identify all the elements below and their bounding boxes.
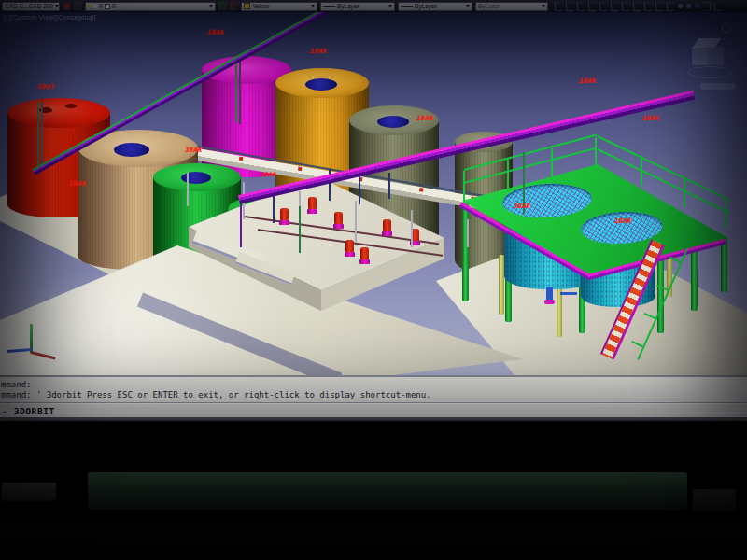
pump-base bbox=[333, 224, 344, 229]
pump-base bbox=[345, 252, 355, 257]
ucs-tool-icon[interactable] bbox=[667, 2, 674, 11]
make-layer-current-icon[interactable] bbox=[218, 2, 227, 10]
railing-post bbox=[595, 137, 597, 167]
linetype-dropdown[interactable]: ByLayer bbox=[320, 2, 395, 11]
plotstyle-dropdown[interactable]: ByColor bbox=[475, 2, 548, 11]
dropdown-arrow-icon bbox=[542, 5, 545, 7]
layer-color-swatch-icon bbox=[105, 4, 110, 9]
railing-post bbox=[507, 160, 509, 191]
rack-valve-icon bbox=[239, 157, 244, 161]
pump-body bbox=[280, 208, 289, 220]
command-prefix: - bbox=[2, 406, 7, 416]
command-history-line: mmand: ' 3dorbit Press ESC or ENTER to e… bbox=[1, 390, 431, 399]
tank-label: 10AK bbox=[261, 171, 277, 177]
railing-post bbox=[644, 313, 656, 319]
beam-drop-pipe bbox=[235, 57, 237, 122]
railing-post bbox=[551, 148, 553, 180]
beam-post bbox=[37, 102, 39, 167]
railing-post bbox=[463, 171, 465, 203]
zoom-tool-icon[interactable] bbox=[695, 4, 699, 8]
tank-label: 10AK bbox=[613, 217, 633, 225]
pan-tool-icon[interactable] bbox=[686, 4, 691, 8]
pump-body bbox=[308, 197, 317, 209]
workspace-dropdown[interactable]: CAD C...CAD 200 bbox=[2, 2, 60, 11]
ucs-tool-icon[interactable] bbox=[644, 2, 652, 11]
pump[interactable] bbox=[280, 208, 289, 225]
pump[interactable] bbox=[308, 197, 317, 214]
pump[interactable] bbox=[383, 219, 392, 236]
layer-previous-icon[interactable] bbox=[230, 2, 238, 10]
ucs-tool-icon[interactable] bbox=[655, 2, 663, 11]
ucs-tool-icon[interactable] bbox=[555, 2, 562, 11]
ucs-tool-icon[interactable] bbox=[566, 2, 573, 11]
ucs-tool-icon[interactable] bbox=[611, 2, 618, 11]
pump-base bbox=[307, 209, 317, 214]
hinge-cap-left bbox=[2, 483, 56, 501]
viewcube-right-face bbox=[707, 47, 724, 65]
beam-post bbox=[299, 206, 301, 253]
ucs-icon bbox=[7, 322, 63, 374]
beam-post bbox=[41, 102, 43, 167]
pipe-riser bbox=[359, 176, 360, 204]
command-text: 3DORBIT bbox=[14, 406, 55, 416]
layer-properties-icon[interactable] bbox=[63, 2, 71, 10]
railing-post bbox=[669, 257, 681, 263]
railing-post bbox=[631, 341, 643, 347]
lineweight-sample-icon bbox=[401, 6, 413, 7]
rack-leg bbox=[355, 201, 357, 242]
dropdown-arrow-icon bbox=[466, 5, 470, 7]
layer-dropdown[interactable]: 0 bbox=[85, 2, 216, 11]
layer-name: 0 bbox=[112, 3, 116, 9]
viewcube-home-icon[interactable] bbox=[722, 23, 731, 33]
navigation-bar[interactable] bbox=[700, 83, 736, 90]
viewport-controls-label[interactable]: [-][Custom View][Conceptual] bbox=[4, 14, 96, 21]
tank-label: 10AK bbox=[641, 115, 661, 122]
ucs-x-axis bbox=[7, 348, 32, 353]
beam-drop-pipe bbox=[239, 59, 241, 124]
layer-states-icon[interactable] bbox=[74, 2, 82, 10]
command-input[interactable]: - 3DORBIT bbox=[2, 406, 55, 416]
pump[interactable] bbox=[334, 212, 344, 229]
command-line-panel: mmand: mmand: ' 3dorbit Press ESC or ENT… bbox=[0, 375, 747, 417]
railing-post bbox=[725, 198, 726, 228]
rack-leg bbox=[467, 219, 469, 247]
color-value: Yellow bbox=[252, 3, 270, 9]
orbit-tool-icon[interactable] bbox=[678, 4, 683, 8]
drawing-canvas[interactable]: [-][Custom View][Conceptual] bbox=[0, 12, 747, 375]
view-tool-icon[interactable] bbox=[714, 2, 722, 11]
agitator-tip bbox=[544, 300, 555, 304]
tank-label: 10m3 bbox=[36, 83, 56, 91]
tank-label: 10AK bbox=[578, 77, 598, 85]
dropdown-arrow-icon bbox=[209, 5, 213, 7]
tank-label: 10AK bbox=[68, 180, 88, 188]
viewcube[interactable] bbox=[686, 29, 735, 87]
tank-top bbox=[7, 98, 110, 128]
tank-manhole bbox=[114, 143, 149, 157]
layer-thaw-icon bbox=[93, 5, 97, 8]
pump[interactable] bbox=[345, 240, 355, 257]
railing-post bbox=[656, 285, 669, 291]
ucs-tool-icon[interactable] bbox=[599, 2, 607, 11]
ucs-tool-icon[interactable] bbox=[577, 2, 585, 11]
workspace-label: CAD C...CAD 200 bbox=[5, 3, 53, 9]
viewcube-compass-ring bbox=[688, 66, 731, 78]
view-tool-icon[interactable] bbox=[703, 2, 711, 11]
pump[interactable] bbox=[360, 247, 370, 264]
plotstyle-value: ByColor bbox=[478, 3, 500, 9]
ucs-tool-icon[interactable] bbox=[588, 2, 596, 11]
ucs-tool-icon[interactable] bbox=[622, 2, 629, 11]
tank-label: 10AK bbox=[416, 115, 435, 122]
color-dropdown[interactable]: Yellow bbox=[241, 2, 317, 11]
command-divider bbox=[0, 402, 747, 404]
lineweight-dropdown[interactable]: ByLayer bbox=[398, 2, 472, 11]
pump-base bbox=[279, 220, 289, 225]
tank-manhole bbox=[377, 116, 409, 128]
ucs-tool-icon[interactable] bbox=[633, 2, 641, 11]
screen-bottom-edge bbox=[0, 417, 747, 419]
linetype-value: ByLayer bbox=[337, 3, 359, 9]
ucs-y-axis bbox=[31, 351, 56, 359]
command-history-line: mmand: bbox=[1, 380, 32, 389]
pump-body bbox=[345, 240, 354, 252]
bezel-glow bbox=[0, 419, 747, 422]
autocad-screen: CAD C...CAD 200 0 Yellow bbox=[0, 0, 747, 419]
